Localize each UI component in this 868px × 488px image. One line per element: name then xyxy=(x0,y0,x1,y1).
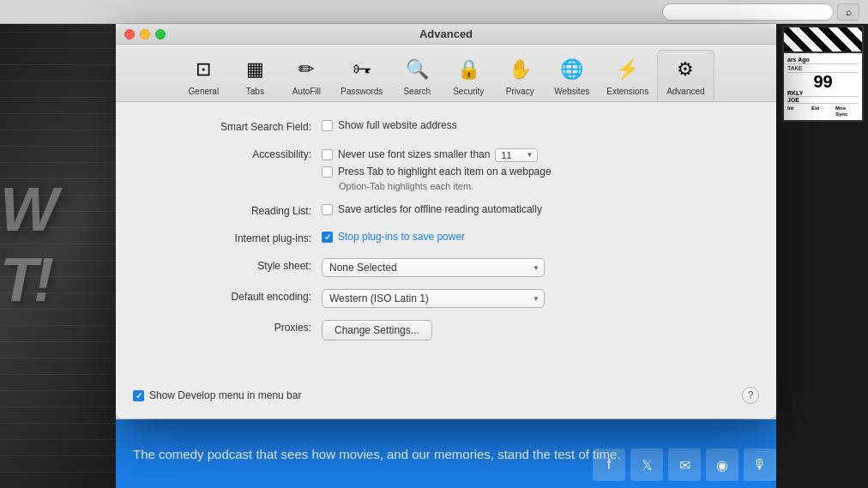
proxies-row: Proxies: Change Settings... xyxy=(150,320,742,340)
accessibility-label: Accessibility: xyxy=(150,147,322,160)
search-icon: 🔍 xyxy=(401,54,432,85)
social-icons-container: f 𝕏 ✉ ◉ 🎙 xyxy=(593,449,776,481)
show-develop-checkbox[interactable] xyxy=(133,390,144,401)
close-button[interactable] xyxy=(124,29,135,39)
content-area: Smart Search Field: Show full website ad… xyxy=(116,102,776,370)
internet-plugins-label: Internet plug-ins: xyxy=(150,231,322,244)
reading-list-control: Save articles for offline reading automa… xyxy=(322,203,742,219)
toolbar-item-extensions[interactable]: ⚡ Extensions xyxy=(598,51,657,101)
tabs-label: Tabs xyxy=(246,87,264,96)
internet-plugins-control: Stop plug-ins to save power xyxy=(322,231,742,246)
extensions-label: Extensions xyxy=(606,87,648,96)
mac-search-bar[interactable] xyxy=(662,3,834,21)
stop-plugins-label: Stop plug-ins to save power xyxy=(338,231,465,243)
dialog-title: Advanced xyxy=(419,27,473,40)
never-use-font-checkbox[interactable] xyxy=(322,149,333,160)
window-controls xyxy=(124,29,166,39)
style-sheet-label: Style sheet: xyxy=(150,258,322,272)
toolbar-item-websites[interactable]: 🌐 Websites xyxy=(546,51,598,101)
reading-list-row: Reading List: Save articles for offline … xyxy=(150,203,742,219)
show-full-address-label: Show full website address xyxy=(338,119,457,131)
default-encoding-label: Default encoding: xyxy=(150,289,322,303)
general-label: General xyxy=(189,87,220,96)
wh-text: W T! xyxy=(0,0,116,488)
style-sheet-row: Style sheet: None Selected xyxy=(150,258,742,277)
accessibility-row: Accessibility: Never use font sizes smal… xyxy=(150,147,742,191)
font-size-select[interactable]: 11 9 10 12 14 xyxy=(495,148,538,162)
toolbar-item-search[interactable]: 🔍 Search xyxy=(391,51,443,101)
advanced-icon: ⚙ xyxy=(670,54,701,85)
passwords-icon: 🗝 xyxy=(347,54,377,85)
toolbar-item-tabs[interactable]: ▦ Tabs xyxy=(229,51,280,101)
font-size-select-wrapper: 11 9 10 12 14 xyxy=(495,147,538,162)
background-right: ars Ago TAKE 99 RKLY JOE IntExtMos Sync xyxy=(776,0,868,488)
tabs-icon: ▦ xyxy=(239,54,270,85)
save-articles-label: Save articles for offline reading automa… xyxy=(338,203,542,215)
default-encoding-control: Western (ISO Latin 1) Unicode (UTF-8) We… xyxy=(322,289,742,308)
accessibility-control: Never use font sizes smaller than 11 9 1… xyxy=(322,147,742,191)
advanced-dialog: Advanced ⊡ General ▦ Tabs ✏ AutoFill 🗝 P… xyxy=(116,24,776,419)
bottom-row: Show Develop menu in menu bar ? xyxy=(116,378,776,413)
press-tab-label: Press Tab to highlight each item on a we… xyxy=(338,166,552,178)
reading-list-label: Reading List: xyxy=(150,203,322,217)
option-tab-hint: Option-Tab highlights each item. xyxy=(339,181,742,191)
twitter-icon[interactable]: 𝕏 xyxy=(630,449,663,481)
mac-top-bar: ⌕ xyxy=(0,0,868,24)
smart-search-field-label: Smart Search Field: xyxy=(150,119,322,133)
default-encoding-select-wrapper: Western (ISO Latin 1) Unicode (UTF-8) We… xyxy=(322,289,545,308)
passwords-label: Passwords xyxy=(341,87,383,96)
email-icon[interactable]: ✉ xyxy=(668,449,701,481)
toolbar-item-autofill[interactable]: ✏ AutoFill xyxy=(280,51,332,101)
proxies-label: Proxies: xyxy=(150,320,322,334)
security-icon: 🔒 xyxy=(453,54,484,85)
search-label: Search xyxy=(403,87,431,96)
title-bar: Advanced xyxy=(116,24,776,45)
smart-search-row: Smart Search Field: Show full website ad… xyxy=(150,119,742,135)
stop-plugins-checkbox[interactable] xyxy=(322,232,333,243)
default-encoding-row: Default encoding: Western (ISO Latin 1) … xyxy=(150,289,742,308)
podcast-icon[interactable]: 🎙 xyxy=(744,449,776,481)
toolbar-item-advanced[interactable]: ⚙ Advanced xyxy=(657,50,714,101)
show-full-address-checkbox[interactable] xyxy=(322,120,333,131)
stop-plugins-row: Stop plug-ins to save power xyxy=(322,231,742,243)
autofill-icon: ✏ xyxy=(291,54,322,85)
style-sheet-select-wrapper: None Selected xyxy=(322,258,545,277)
show-full-address-row: Show full website address xyxy=(322,119,742,131)
style-sheet-control: None Selected xyxy=(322,258,742,277)
security-label: Security xyxy=(453,87,484,96)
clapboard: ars Ago TAKE 99 RKLY JOE IntExtMos Sync xyxy=(782,26,864,122)
style-sheet-select[interactable]: None Selected xyxy=(322,258,545,277)
press-tab-checkbox[interactable] xyxy=(322,166,333,178)
autofill-label: AutoFill xyxy=(292,87,321,96)
save-articles-checkbox[interactable] xyxy=(322,204,333,215)
facebook-icon[interactable]: f xyxy=(593,449,625,481)
never-use-font-row: Never use font sizes smaller than 11 9 1… xyxy=(322,147,742,162)
show-develop-label: Show Develop menu in menu bar xyxy=(149,389,301,401)
general-icon: ⊡ xyxy=(188,54,219,85)
toolbar-item-privacy[interactable]: ✋ Privacy xyxy=(494,51,546,101)
privacy-label: Privacy xyxy=(506,87,534,96)
background-left: W T! xyxy=(0,0,116,488)
toolbar-item-security[interactable]: 🔒 Security xyxy=(443,51,494,101)
toolbar-item-general[interactable]: ⊡ General xyxy=(178,51,229,101)
toolbar: ⊡ General ▦ Tabs ✏ AutoFill 🗝 Passwords … xyxy=(116,45,776,102)
change-settings-button[interactable]: Change Settings... xyxy=(322,320,432,340)
advanced-label: Advanced xyxy=(666,87,704,96)
help-button[interactable]: ? xyxy=(742,387,759,404)
websites-label: Websites xyxy=(554,87,589,96)
show-develop-row: Show Develop menu in menu bar xyxy=(133,389,301,401)
internet-plugins-row: Internet plug-ins: Stop plug-ins to save… xyxy=(150,231,742,246)
privacy-icon: ✋ xyxy=(504,54,535,85)
toolbar-item-passwords[interactable]: 🗝 Passwords xyxy=(332,51,391,101)
maximize-button[interactable] xyxy=(155,29,166,39)
mac-search-btn[interactable]: ⌕ xyxy=(837,3,859,21)
save-articles-row: Save articles for offline reading automa… xyxy=(322,203,742,215)
proxies-control: Change Settings... xyxy=(322,320,742,340)
default-encoding-select[interactable]: Western (ISO Latin 1) Unicode (UTF-8) We… xyxy=(322,289,545,308)
extensions-icon: ⚡ xyxy=(612,54,643,85)
rss-icon[interactable]: ◉ xyxy=(706,449,738,481)
minimize-button[interactable] xyxy=(140,29,150,39)
never-use-font-label: Never use font sizes smaller than xyxy=(338,148,490,160)
smart-search-control: Show full website address xyxy=(322,119,742,135)
press-tab-row: Press Tab to highlight each item on a we… xyxy=(322,166,742,178)
